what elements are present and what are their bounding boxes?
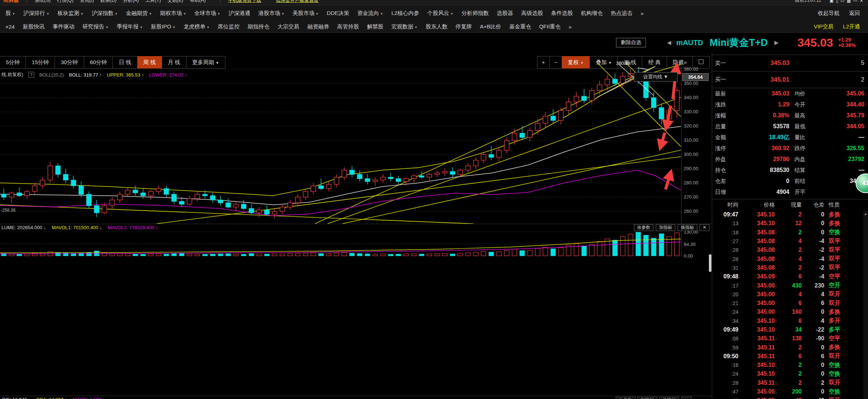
- nav-item-板块监测[interactable]: 板块监测▼: [58, 10, 84, 17]
- nav-item-期权市场[interactable]: 期权市场▼: [160, 10, 186, 17]
- nav-item-股东人数[interactable]: 股东人数: [426, 23, 447, 30]
- tick-row: :34345.10↑64多开: [712, 317, 863, 325]
- price-down-icon: ↓: [775, 389, 781, 395]
- nav-item-×24[interactable]: ×24: [5, 24, 15, 30]
- chat-icon[interactable]: ▭: [839, 0, 845, 3]
- ma-settings-button[interactable]: 设置均线 ▼: [634, 72, 678, 82]
- menu-item[interactable]: 交易(E): [167, 0, 183, 3]
- nav-item-研究报告[interactable]: 研究报告▼: [82, 23, 108, 30]
- divider: |: [26, 0, 27, 3]
- menu-item[interactable]: 行情(Q): [57, 0, 74, 3]
- tick-nature: 双平: [824, 255, 863, 263]
- help-icon[interactable]: ?: [28, 72, 34, 78]
- promo-link[interactable]: 手机版免费下载: [228, 0, 261, 3]
- nav-item-»[interactable]: »: [641, 10, 644, 16]
- nav-item-QFII重仓[interactable]: QFII重仓: [539, 23, 561, 30]
- scroll-up-icon[interactable]: ▲: [864, 212, 867, 216]
- nav-item-沪深指数[interactable]: 沪深指数▼: [92, 10, 118, 17]
- nav-item-L2核心内参[interactable]: L2核心内参: [391, 10, 419, 17]
- macd-button-改参数[interactable]: 改参数: [616, 397, 635, 399]
- nav-item-宏观数据[interactable]: 宏观数据▼: [391, 23, 418, 30]
- prev-symbol-icon[interactable]: ◀: [667, 39, 671, 46]
- nav-item-新股快讯[interactable]: 新股快讯: [23, 23, 44, 30]
- tick-nature: 空平: [824, 335, 863, 343]
- volume-button-改参数[interactable]: 改参数: [634, 224, 654, 231]
- nav-item-资金流向[interactable]: 资金流向▼: [357, 10, 383, 17]
- menu-item[interactable]: 数据(D): [100, 0, 117, 3]
- apps-icon[interactable]: ▦: [846, 0, 852, 3]
- macd-indicator-value: DIF: 16.943 ↓: [2, 397, 31, 399]
- nav-row-1: 股▼沪深排行▼板块监测▼沪深指数▼金融期货▼期权市场▼全球市场▼沪深港通港股市场…: [0, 5, 868, 21]
- nav-item-大宗交易[interactable]: 大宗交易: [277, 23, 299, 30]
- main-chart[interactable]: [0, 63, 681, 224]
- tick-time: :17: [714, 283, 738, 289]
- tick-row: :27345.084-4双平: [712, 237, 863, 246]
- macd-button-✕[interactable]: ✕: [681, 397, 691, 399]
- promo-link[interactable]: 低佣金开户极速通道: [276, 0, 319, 3]
- tick-scrollbar[interactable]: ▲: [863, 211, 868, 399]
- price-axis-label: 340.00: [684, 95, 698, 100]
- nav-item-股[interactable]: 股▼: [5, 10, 15, 17]
- volume-chart[interactable]: [0, 231, 681, 257]
- minimize-icon[interactable]: —: [852, 0, 859, 3]
- nav-item-季报年报[interactable]: 季报年报▼: [117, 23, 143, 30]
- nav-item-全球市场[interactable]: 全球市场▼: [194, 10, 221, 17]
- nav-item-美股市场[interactable]: 美股市场▼: [292, 10, 319, 17]
- nav-item-席位监控[interactable]: 席位监控: [218, 23, 240, 30]
- nav-item-返回[interactable]: 返回: [849, 10, 860, 17]
- tick-time: :28: [714, 380, 738, 386]
- tick-nature: 多换: [824, 344, 863, 351]
- nav-item-机构增仓[interactable]: 机构增仓: [581, 10, 603, 17]
- tick-nature: 双平: [824, 246, 863, 254]
- nav-item-解禁股[interactable]: 解禁股: [367, 23, 383, 30]
- tick-time: 09:49: [714, 326, 738, 333]
- menu-item[interactable]: 帮助(H): [190, 0, 206, 3]
- nav-item-期指持仓[interactable]: 期指持仓: [248, 23, 269, 30]
- nav-item-基金重仓[interactable]: 基金重仓: [509, 23, 531, 30]
- macd-button-加指标[interactable]: 加指标: [638, 397, 657, 399]
- nav-item-分析师指数[interactable]: 分析师指数: [462, 10, 489, 17]
- panel-splitter-handle[interactable]: [709, 254, 711, 272]
- nav-item-金融期货[interactable]: 金融期货▼: [126, 10, 152, 17]
- macd-indicator-value: MACD: 4.109 ↑: [73, 397, 105, 399]
- menu-item[interactable]: 分析(A): [123, 0, 139, 3]
- quote-label: 持仓: [715, 167, 738, 174]
- macd-button-换指标[interactable]: 换指标: [659, 397, 679, 399]
- tick-row: :47345.05↓2000空换: [712, 387, 863, 396]
- nav-item-沪深排行[interactable]: 沪深排行▼: [23, 10, 50, 17]
- volume-button-✕[interactable]: ✕: [699, 224, 710, 231]
- volume-button-换指标[interactable]: 换指标: [678, 224, 697, 231]
- nav-item-融资融券[interactable]: 融资融券: [307, 23, 329, 30]
- mobile-icon[interactable]: ▯: [835, 0, 840, 3]
- delete-watchlist-button[interactable]: 删除自选: [616, 38, 646, 47]
- nav-item-港股市场[interactable]: 港股市场▼: [258, 10, 284, 17]
- nav-item-热点追击[interactable]: 热点追击: [611, 10, 633, 17]
- nav-item-条件选股[interactable]: 条件选股: [551, 10, 573, 17]
- close-icon[interactable]: ✕: [859, 0, 864, 3]
- tick-price: 345.08: [738, 229, 775, 236]
- nav-item-个股风云[interactable]: 个股风云▼: [427, 10, 454, 17]
- nav-item-收起导航[interactable]: 收起导航: [818, 10, 840, 17]
- nav-item-龙虎榜单[interactable]: 龙虎榜单▼: [184, 23, 210, 30]
- nav-item-L2开通[interactable]: L2开通: [843, 23, 860, 30]
- nav-item-»[interactable]: »: [569, 24, 572, 30]
- volume-button-加指标[interactable]: 加指标: [656, 224, 675, 231]
- nav-item-VIP交易[interactable]: VIP交易: [814, 23, 833, 30]
- menu-item[interactable]: 工具(T): [145, 0, 161, 3]
- nav-item-停复牌[interactable]: 停复牌: [455, 23, 472, 30]
- menu-item[interactable]: 资讯(I): [80, 0, 94, 3]
- volume-values: LUME: 202654.000 ↓MAVOL1: 701500.400 ↓MA…: [1, 225, 164, 230]
- nav-item-DDE决策[interactable]: DDE决策: [327, 10, 349, 17]
- nav-item-选股器[interactable]: 选股器: [497, 10, 513, 17]
- quote-value: —: [820, 134, 864, 141]
- nav-item-新股IPO[interactable]: 新股IPO▼: [151, 23, 175, 30]
- menu-item[interactable]: 系统(S): [35, 0, 50, 3]
- nav-item-高管持股[interactable]: 高管持股: [337, 23, 359, 30]
- capture-icon[interactable]: ▣: [828, 0, 835, 3]
- nav-item-沪深港通[interactable]: 沪深港通: [228, 10, 250, 17]
- nav-item-高级选股[interactable]: 高级选股: [521, 10, 543, 17]
- indicator-value: BOLL: 319.77 ↑: [69, 72, 102, 78]
- nav-item-事件驱动[interactable]: 事件驱动: [52, 23, 74, 30]
- nav-item-A+B比价[interactable]: A+B比价: [480, 23, 501, 30]
- next-symbol-icon[interactable]: ▶: [774, 39, 779, 46]
